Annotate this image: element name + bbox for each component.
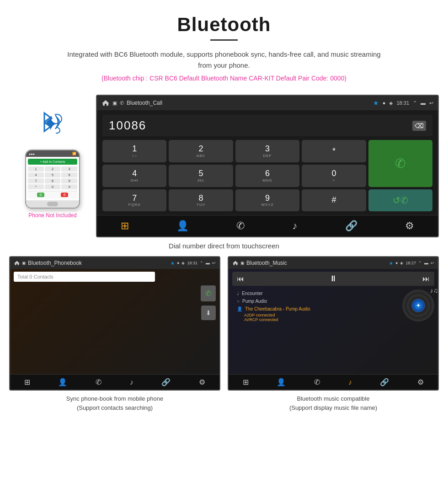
dial-number: 10086 bbox=[109, 118, 146, 133]
title-divider bbox=[210, 39, 238, 41]
phone-status-bar: ●●● 📶 bbox=[26, 150, 79, 157]
call-button[interactable]: ✆ bbox=[368, 140, 432, 187]
play-button[interactable]: ⏸ bbox=[329, 274, 337, 284]
nav-settings-icon[interactable]: ⚙ bbox=[405, 220, 414, 232]
nav-call-log-icon[interactable]: ✆ bbox=[236, 220, 245, 232]
phone-call-btn: ✆ bbox=[37, 193, 44, 197]
phone-key-1: 1 bbox=[28, 166, 44, 172]
music-controls: ⏮ ⏸ ⏭ bbox=[232, 272, 434, 286]
music-screen-wrap: ▣ Bluetooth_Music ★ ● ◈ 18:27 ⌃ ▬ ↩ ⏮ ⏸ bbox=[228, 256, 439, 412]
car-screen-phonebook: ▣ Bluetooth_Phonebook ★ ● ◈ 18:31 ⌃ ▬ ↩ … bbox=[9, 256, 220, 391]
bt-app-title-music: Bluetooth_Music bbox=[246, 260, 287, 266]
track-name-2: Pump Audio bbox=[242, 299, 267, 304]
nav-calllog-phonebook[interactable]: ✆ bbox=[96, 378, 101, 386]
nav-music-music[interactable]: ♪ bbox=[348, 378, 352, 386]
nav-music-phonebook[interactable]: ♪ bbox=[130, 378, 133, 386]
music-note-decoration: ♪♫ bbox=[430, 287, 438, 294]
phone-bottom-bar: ✆ ✆ bbox=[28, 191, 77, 199]
phone-key-5: 5 bbox=[45, 172, 61, 177]
circle-icon: ○ bbox=[237, 299, 240, 304]
redial-button[interactable]: ↺✆ bbox=[368, 189, 432, 212]
note-icon-1: ♩ bbox=[237, 291, 239, 296]
download-icon: ⬇ bbox=[206, 309, 211, 317]
main-section: ✦ ●●● 📶 + Add to Contacts bbox=[0, 95, 448, 237]
phone-mockup: ●●● 📶 + Add to Contacts 1 2 3 4 5 6 7 8 … bbox=[25, 150, 80, 209]
key-4[interactable]: 4 GHI bbox=[102, 165, 166, 187]
phonebook-download-button[interactable]: ⬇ bbox=[201, 306, 216, 320]
nav-dialpad-phonebook[interactable]: ⊞ bbox=[24, 378, 30, 386]
nav-link-phonebook[interactable]: 🔗 bbox=[161, 378, 171, 386]
nav-calllog-music[interactable]: ✆ bbox=[314, 378, 320, 386]
connected-a2dp: A2DP connected bbox=[244, 313, 394, 317]
nav-contacts-phonebook[interactable]: 👤 bbox=[58, 378, 67, 386]
phone-key-9: 9 bbox=[61, 178, 77, 183]
key-5[interactable]: 5 JKL bbox=[169, 165, 233, 187]
phone-key-0: 0 bbox=[45, 184, 61, 189]
phone-key-hash: # bbox=[61, 184, 77, 189]
bt-app-title-dial: Bluetooth_Call bbox=[127, 100, 162, 106]
nav-link-music[interactable]: 🔗 bbox=[380, 378, 389, 386]
phone-key-star: * bbox=[28, 184, 44, 189]
nav-settings-phonebook[interactable]: ⚙ bbox=[199, 378, 205, 386]
nav-music-icon[interactable]: ♪ bbox=[293, 220, 298, 232]
key-star[interactable]: * bbox=[302, 140, 366, 162]
track-name-3: The Cheebacabra - Pump Audio bbox=[245, 306, 310, 311]
key-8[interactable]: 8 TUV bbox=[169, 189, 233, 212]
statusbar-right-music: ★ ● ◈ 18:27 ⌃ ▬ ↩ bbox=[389, 261, 434, 266]
phone-screen: + Add to Contacts 1 2 3 4 5 6 7 8 9 * 0 … bbox=[26, 157, 79, 200]
nav-dialpad-icon[interactable]: ⊞ bbox=[121, 220, 129, 232]
keypad-grid: 1 ○○ 2 ABC 3 DEF * ✆ 4 GHI bbox=[97, 140, 438, 211]
key-3[interactable]: 3 DEF bbox=[235, 140, 299, 162]
bt-vinyl-icon: ✦ bbox=[416, 302, 421, 309]
statusbar-left-phonebook: ▣ Bluetooth_Phonebook bbox=[14, 260, 82, 266]
key-7[interactable]: 7 PQRS bbox=[102, 189, 166, 212]
car-statusbar-dial: ▣ ✆ Bluetooth_Call ★ ● ◈ 18:31 ⌃ ▬ ↩ bbox=[97, 96, 438, 110]
nav-contacts-icon[interactable]: 👤 bbox=[176, 220, 189, 232]
call-icon: ✆ bbox=[395, 156, 405, 171]
next-button[interactable]: ⏭ bbox=[422, 275, 430, 283]
main-caption: Dial number direct from touchscreen bbox=[0, 242, 448, 250]
track-row-2: ○ Pump Audio bbox=[237, 297, 394, 305]
prev-button[interactable]: ⏮ bbox=[237, 275, 244, 283]
car-bottom-nav-music: ⊞ 👤 ✆ ♪ 🔗 ⚙ bbox=[229, 374, 438, 390]
vinyl-outer: ✦ bbox=[402, 290, 434, 322]
nav-contacts-music[interactable]: 👤 bbox=[277, 378, 286, 386]
nav-link-icon[interactable]: 🔗 bbox=[345, 220, 357, 232]
statusbar-right-phonebook: ★ ● ◈ 18:31 ⌃ ▬ ↩ bbox=[171, 261, 216, 266]
phonebook-caption: Sync phone-book from mobile phone (Suppo… bbox=[66, 394, 163, 412]
phonebook-body: Total 0 Contacts ✆ ⬇ bbox=[10, 269, 219, 374]
page-description: Integrated with BC6 Bluetooth module, su… bbox=[64, 49, 384, 71]
chip-info: (Bluetooth chip : CSR BC6 Default Blueto… bbox=[18, 75, 430, 82]
contacts-search[interactable]: Total 0 Contacts bbox=[14, 272, 155, 282]
nav-settings-music[interactable]: ⚙ bbox=[417, 378, 424, 386]
backspace-button[interactable]: ⌫ bbox=[412, 121, 426, 131]
svg-marker-4 bbox=[14, 261, 20, 265]
redial-icon: ↺✆ bbox=[393, 195, 408, 206]
key-1[interactable]: 1 ○○ bbox=[102, 140, 166, 162]
phonebook-call-button[interactable]: ✆ bbox=[201, 285, 216, 301]
key-hash[interactable]: # bbox=[302, 189, 366, 212]
nav-dialpad-music[interactable]: ⊞ bbox=[243, 378, 249, 386]
statusbar-music: ▣ Bluetooth_Music ★ ● ◈ 18:27 ⌃ ▬ ↩ bbox=[229, 257, 438, 269]
car-screen-music: ▣ Bluetooth_Music ★ ● ◈ 18:27 ⌃ ▬ ↩ ⏮ ⏸ bbox=[228, 256, 439, 391]
person-icon: 👤 bbox=[237, 306, 242, 311]
statusbar-left-music: ▣ Bluetooth_Music bbox=[232, 260, 287, 266]
bluetooth-icon-wrap: ✦ bbox=[34, 108, 71, 145]
phone-key-4: 4 bbox=[28, 172, 44, 177]
key-6[interactable]: 6 MNO bbox=[235, 165, 299, 187]
key-2[interactable]: 2 ABC bbox=[169, 140, 233, 162]
phone-dialpad: 1 2 3 4 5 6 7 8 9 * 0 # bbox=[28, 166, 77, 189]
car-screen-dial: ▣ ✆ Bluetooth_Call ★ ● ◈ 18:31 ⌃ ▬ ↩ 100… bbox=[96, 95, 439, 237]
track-name-1: Encounter bbox=[242, 291, 263, 296]
bt-icon-status: ★ bbox=[373, 99, 379, 107]
home-icon-phonebook bbox=[14, 260, 20, 266]
car-bottom-nav-phonebook: ⊞ 👤 ✆ ♪ 🔗 ⚙ bbox=[10, 374, 219, 390]
key-0[interactable]: 0 + bbox=[302, 165, 366, 187]
key-9[interactable]: 9 WXYZ bbox=[235, 189, 299, 212]
phonebook-screen-wrap: ▣ Bluetooth_Phonebook ★ ● ◈ 18:31 ⌃ ▬ ↩ … bbox=[9, 256, 220, 412]
phone-key-6: 6 bbox=[61, 172, 77, 177]
track-row-3: 👤 The Cheebacabra - Pump Audio bbox=[237, 305, 394, 313]
statusbar-phonebook: ▣ Bluetooth_Phonebook ★ ● ◈ 18:31 ⌃ ▬ ↩ bbox=[10, 257, 219, 269]
phone-add-contacts: + Add to Contacts bbox=[28, 159, 77, 165]
vinyl-center: ✦ bbox=[412, 299, 425, 312]
